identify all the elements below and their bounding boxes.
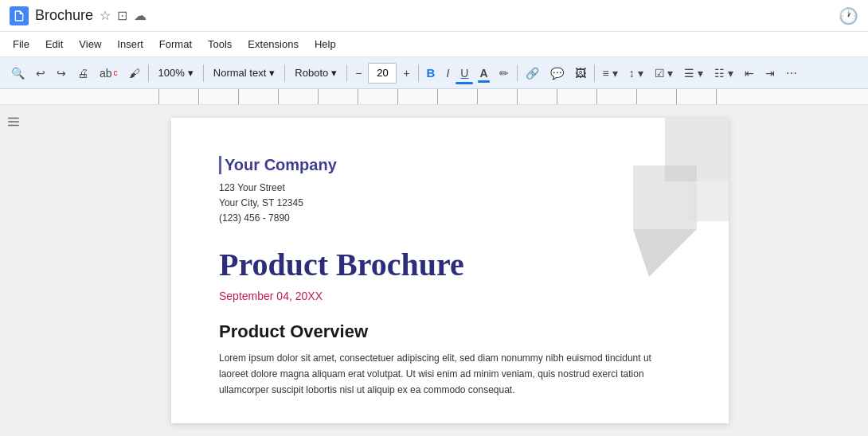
doc-icon — [10, 6, 29, 25]
comment-button[interactable]: 💬 — [545, 62, 569, 84]
menu-tools[interactable]: Tools — [201, 35, 238, 53]
more-button[interactable]: ⋯ — [781, 62, 802, 84]
title-actions: ☆ ⊡ ☁ — [100, 8, 147, 23]
folder-icon[interactable]: ⊡ — [117, 8, 127, 23]
doc-area: Your Company 123 Your Street Your City, … — [0, 105, 868, 436]
checklist-button[interactable]: ☑ ▾ — [650, 62, 678, 84]
doc-page: Your Company 123 Your Street Your City, … — [171, 118, 729, 423]
ruler-inner — [119, 89, 749, 104]
font-size-input[interactable] — [368, 63, 397, 84]
print-button[interactable]: 🖨 — [72, 62, 93, 84]
font-dropdown[interactable]: Roboto ▾ — [288, 62, 343, 84]
undo-button[interactable]: ↩ — [31, 62, 50, 84]
numbered-list-button[interactable]: ☷ ▾ — [710, 62, 738, 84]
paint-format-button[interactable]: 🖌 — [124, 62, 145, 84]
document-title[interactable]: Brochure — [35, 7, 93, 24]
search-button[interactable]: 🔍 — [6, 62, 29, 84]
ruler — [0, 89, 868, 105]
sidebar-toggle[interactable] — [0, 105, 32, 436]
menu-extensions[interactable]: Extensions — [241, 35, 305, 53]
menu-view[interactable]: View — [72, 35, 108, 53]
bullet-list-button[interactable]: ☰ ▾ — [679, 62, 708, 84]
highlight-button[interactable]: ✏ — [495, 62, 514, 84]
history-icon[interactable]: 🕐 — [839, 6, 858, 25]
menu-format[interactable]: Format — [153, 35, 198, 53]
font-size-minus[interactable]: − — [350, 62, 366, 84]
redo-button[interactable]: ↪ — [52, 62, 71, 84]
zoom-chevron: ▾ — [188, 67, 194, 79]
cloud-icon[interactable]: ☁ — [134, 8, 147, 23]
style-chevron: ▾ — [269, 67, 275, 79]
star-icon[interactable]: ☆ — [100, 8, 111, 23]
text-color-bar — [478, 80, 489, 83]
title-bar: Brochure ☆ ⊡ ☁ 🕐 — [0, 0, 868, 32]
spellcheck-button[interactable]: abc — [95, 62, 123, 84]
menu-file[interactable]: File — [6, 35, 36, 53]
link-button[interactable]: 🔗 — [521, 62, 544, 84]
italic-button[interactable]: I — [441, 62, 454, 84]
menu-insert[interactable]: Insert — [111, 35, 150, 53]
menu-help[interactable]: Help — [308, 35, 342, 53]
menu-bar: File Edit View Insert Format Tools Exten… — [0, 32, 868, 57]
svg-rect-0 — [8, 118, 19, 119]
text-color-button[interactable]: A — [475, 62, 492, 84]
style-label: Normal text — [213, 67, 266, 79]
font-label: Roboto — [295, 67, 328, 79]
bold-button[interactable]: B — [422, 62, 440, 84]
section-title[interactable]: Product Overview — [219, 321, 681, 342]
doc-scroll-area[interactable]: Your Company 123 Your Street Your City, … — [32, 105, 868, 436]
image-button[interactable]: 🖼 — [570, 62, 591, 84]
indent-increase-button[interactable]: ⇥ — [760, 62, 780, 84]
font-chevron: ▾ — [331, 67, 337, 79]
underline-button[interactable]: U — [456, 62, 473, 84]
text-color-icon: A — [479, 67, 487, 80]
svg-rect-6 — [689, 181, 729, 221]
zoom-dropdown[interactable]: 100% ▾ — [152, 62, 200, 84]
brochure-date[interactable]: September 04, 20XX — [219, 290, 681, 302]
style-dropdown[interactable]: Normal text ▾ — [207, 62, 281, 84]
line-spacing-button[interactable]: ↕ ▾ — [624, 62, 648, 84]
decorative-shapes — [585, 118, 729, 277]
zoom-value: 100% — [158, 67, 185, 79]
menu-edit[interactable]: Edit — [39, 35, 69, 53]
svg-rect-2 — [8, 125, 19, 127]
toolbar: 🔍 ↩ ↪ 🖨 abc 🖌 100% ▾ Normal text ▾ Robot… — [0, 57, 868, 89]
svg-marker-5 — [633, 229, 697, 277]
font-size-plus[interactable]: + — [398, 62, 414, 84]
indent-decrease-button[interactable]: ⇤ — [740, 62, 759, 84]
svg-rect-1 — [8, 121, 19, 123]
body-text[interactable]: Lorem ipsum dolor sit amet, consectetuer… — [219, 350, 681, 399]
align-button[interactable]: ≡ ▾ — [598, 62, 623, 84]
svg-rect-4 — [633, 165, 697, 229]
